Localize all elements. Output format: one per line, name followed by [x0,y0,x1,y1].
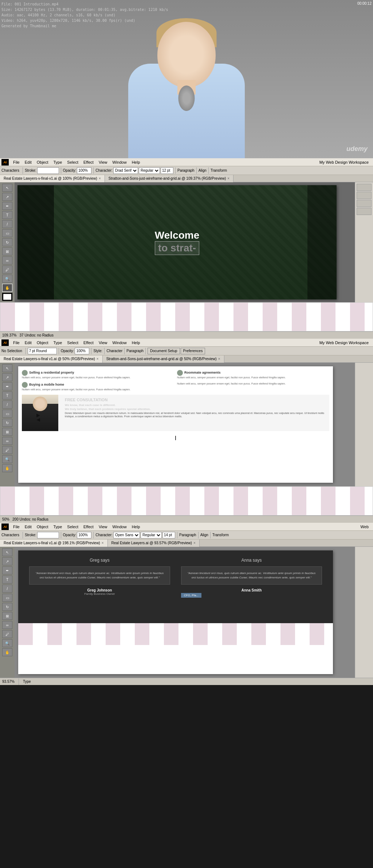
rotate-tool[interactable]: ↻ [2,238,12,246]
menu-window-2[interactable]: Window [110,340,129,346]
scale-tool-2[interactable]: ⊠ [2,428,12,436]
size-input-3[interactable] [162,532,175,538]
direct-select-tool[interactable]: ↗ [2,193,12,201]
tab-close-3b[interactable]: × [193,541,196,545]
line-tool-2[interactable]: / [2,401,12,409]
menu-effect-1[interactable]: Effect [81,159,96,165]
opacity-input-2[interactable] [75,348,89,354]
tab-close-2a[interactable]: × [97,357,99,361]
menu-view-1[interactable]: View [97,159,110,165]
size-input[interactable] [161,167,173,174]
rect-tool[interactable]: ▭ [2,229,12,237]
menu-help-3[interactable]: Help [130,524,142,530]
fill-stroke[interactable] [2,293,12,301]
scale-tool-3[interactable]: ⊠ [2,612,12,620]
menu-effect-3[interactable]: Effect [81,524,96,530]
tab-close-2[interactable]: × [227,176,229,180]
consultation-body: Donec bibendum ipsum nec mauris elementu… [65,411,326,418]
menu-view-3[interactable]: View [97,524,110,530]
canvas-doc-3: Greg says "Aenean tincidunt orci risus, … [15,547,355,678]
tab-2b[interactable]: Stratton-and-Sons-just-wireframe-and-gri… [103,355,224,363]
tool-panel-2: ↖ ↗ ✒ T / ▭ ↻ ⊠ ∞ 🖊 🔍 ✋ [0,363,15,486]
stroke-input-2[interactable] [28,348,57,354]
service-title-1: Selling a residential property [29,371,74,374]
tab-3b[interactable]: Real Estate Lawyers.ai @ 93.57% (RGB/Pre… [108,539,200,547]
tab-close-2b[interactable]: × [218,357,220,361]
menu-edit-1[interactable]: Edit [23,159,34,165]
tab-2[interactable]: Stratton-and-Sons-just-wireframe-and-gri… [105,175,233,182]
zoom-tool[interactable]: 🔍 [2,275,12,283]
type-tool[interactable]: T [2,211,12,219]
type-tool-3[interactable]: T [2,576,12,584]
hand-tool[interactable]: ✋ [2,284,12,292]
tab-3-active[interactable]: Real Estate Lawyers-v-final v1.ai @ 198.… [0,539,108,547]
direct-select-tool-3[interactable]: ↗ [2,557,12,565]
line-tool[interactable]: / [2,220,12,228]
role-2-edit[interactable]: CFO, Pfa... [181,593,201,598]
eyedrop-tool-2[interactable]: 🖊 [2,446,12,454]
menu-help-1[interactable]: Help [130,159,142,165]
menu-type-3[interactable]: Type [51,524,64,530]
eyedrop-tool-3[interactable]: 🖊 [2,630,12,638]
menu-help-2[interactable]: Help [130,340,142,346]
menu-window-3[interactable]: Window [110,524,129,530]
menu-view-2[interactable]: View [97,340,110,346]
menu-edit-3[interactable]: Edit [23,524,34,530]
opacity-input[interactable] [77,167,91,174]
rect-tool-3[interactable]: ▭ [2,594,12,602]
scale-tool[interactable]: ⊠ [2,247,12,255]
opacity-input-3[interactable] [77,532,91,538]
menu-file-1[interactable]: File [11,159,22,165]
menu-object-1[interactable]: Object [35,159,51,165]
menu-type-2[interactable]: Type [51,340,64,346]
statusbar-2: 50% 200 Undos: no Radius [0,515,373,523]
stroke-input-3[interactable] [37,532,59,538]
hand-tool-2[interactable]: ✋ [2,464,12,472]
menu-window-1[interactable]: Window [110,159,129,165]
zoom-tool-3[interactable]: 🔍 [2,639,12,647]
preferences-btn[interactable]: Preferences [181,348,205,354]
sep-2f [145,348,146,354]
rotate-tool-3[interactable]: ↻ [2,603,12,611]
eyedrop-tool[interactable]: 🖊 [2,266,12,274]
line-tool-3[interactable]: / [2,585,12,593]
menu-edit-2[interactable]: Edit [23,340,34,346]
menu-select-2[interactable]: Select [65,340,81,346]
align-label: Align [199,168,207,172]
blend-tool-2[interactable]: ∞ [2,437,12,445]
sep4 [175,167,176,174]
rect-tool-2[interactable]: ▭ [2,410,12,418]
tab-1-active[interactable]: Real Estate Lawyers-v-final-v1.ai @ 100%… [0,175,105,182]
pen-tool[interactable]: ✒ [2,202,12,210]
stroke-input[interactable] [37,167,59,174]
select-tool[interactable]: ↖ [2,184,12,192]
document-setup-btn[interactable]: Document Setup [148,348,180,354]
menu-effect-2[interactable]: Effect [81,340,96,346]
tab-2-active[interactable]: Real Estate Lawyers-v-final v1.ai @ 50% … [0,355,103,363]
select-tool-2[interactable]: ↖ [2,364,12,372]
blend-tool-3[interactable]: ∞ [2,621,12,629]
type-tool-2[interactable]: T [2,391,12,399]
blend-tool[interactable]: ∞ [2,256,12,264]
direct-select-tool-2[interactable]: ↗ [2,373,12,381]
menu-file-3[interactable]: File [11,524,22,530]
ai-section-1: Ai File Edit Object Type Select Effect V… [0,158,373,339]
style-select-3[interactable]: Regular [141,532,162,538]
pen-tool-2[interactable]: ✒ [2,382,12,390]
font-select-3[interactable]: Open Sans [113,532,140,538]
menu-select-3[interactable]: Select [65,524,81,530]
pen-tool-3[interactable]: ✒ [2,566,12,574]
zoom-tool-2[interactable]: 🔍 [2,455,12,463]
hand-tool-3[interactable]: ✋ [2,648,12,656]
menu-object-2[interactable]: Object [35,340,51,346]
tab-close-1[interactable]: × [99,176,101,180]
tab-close-3a[interactable]: × [102,541,104,545]
menu-file-2[interactable]: File [11,340,22,346]
font-select[interactable]: Drad Serif [113,167,138,174]
menu-object-3[interactable]: Object [35,524,51,530]
style-select[interactable]: Regular [139,167,160,174]
rotate-tool-2[interactable]: ↻ [2,419,12,427]
menu-select-1[interactable]: Select [65,159,81,165]
menu-type-1[interactable]: Type [51,159,64,165]
select-tool-3[interactable]: ↖ [2,548,12,556]
